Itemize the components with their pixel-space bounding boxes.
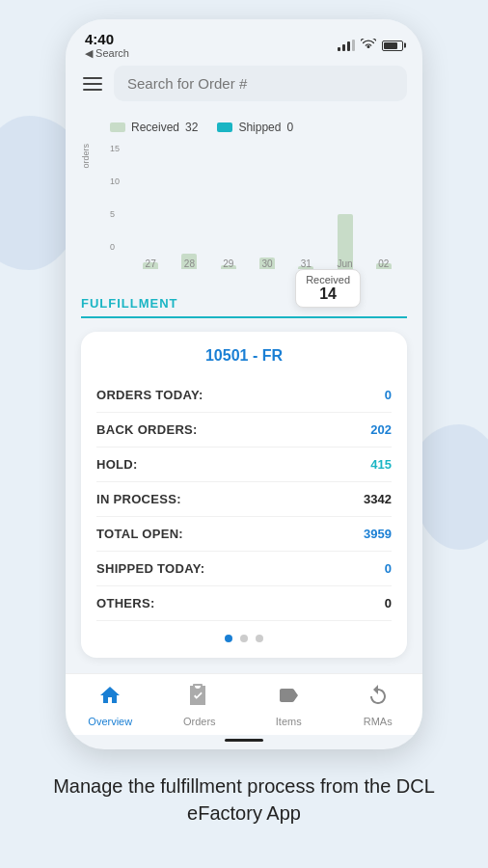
row-hold: HOLD: 415 [96, 448, 392, 482]
phone-wrapper: 4:40 ◀ Search [0, 0, 488, 868]
label-others: OTHERS: [96, 596, 155, 610]
legend-received: Received 32 [110, 121, 198, 134]
y-label-5: 5 [110, 209, 123, 219]
dot-3[interactable] [256, 635, 263, 642]
received-color [110, 122, 125, 132]
tab-active-indicator [225, 739, 263, 742]
value-orders-today: 0 [385, 388, 392, 402]
dots-indicator [96, 635, 392, 642]
blob-right [411, 424, 488, 550]
tab-orders[interactable]: Orders [155, 684, 245, 727]
value-hold: 415 [370, 457, 392, 472]
chart-legend: Received 32 Shipped 0 [81, 121, 407, 134]
x-labels: 27 28 29 30 31 Jun 02 [127, 258, 407, 269]
tooltip-label: Received [306, 274, 350, 285]
wifi-icon [361, 39, 376, 53]
search-bar-container [66, 66, 422, 113]
card-title: 10501 - FR [96, 347, 392, 365]
rmas-icon [366, 684, 390, 713]
label-shipped-today: SHIPPED TODAY: [96, 561, 204, 576]
shipped-label: Shipped [238, 121, 281, 134]
tab-label-rmas: RMAs [364, 716, 393, 727]
value-others: 0 [385, 596, 392, 610]
x-label-jun: Jun [336, 258, 355, 269]
tab-label-orders: Orders [183, 716, 216, 727]
row-others: OTHERS: 0 [96, 586, 392, 621]
orders-icon [188, 684, 211, 713]
items-icon [277, 684, 300, 713]
status-icons [338, 39, 403, 53]
chart-area: orders 15 10 5 0 [81, 144, 407, 269]
fulfillment-card: 10501 - FR ORDERS TODAY: 0 BACK ORDERS: … [81, 332, 407, 658]
received-value: 32 [185, 121, 198, 134]
row-total-open: TOTAL OPEN: 3959 [96, 517, 392, 552]
status-time: 4:40 [85, 31, 129, 47]
x-label-27: 27 [141, 258, 160, 269]
x-label-02: 02 [374, 258, 393, 269]
hamburger-line-1 [83, 77, 102, 79]
value-back-orders: 202 [370, 422, 392, 437]
y-label-0: 0 [110, 242, 123, 252]
x-label-30: 30 [258, 258, 277, 269]
overview-icon [98, 684, 122, 713]
tab-label-overview: Overview [88, 716, 132, 727]
hamburger-line-2 [83, 83, 102, 85]
bottom-text: Manage the fulfillment process from the … [0, 749, 488, 846]
dot-1[interactable] [225, 635, 232, 642]
x-label-29: 29 [219, 258, 238, 269]
label-back-orders: BACK ORDERS: [96, 422, 198, 437]
chart-tooltip: Received 14 [295, 269, 361, 308]
phone-frame: 4:40 ◀ Search [66, 19, 422, 749]
signal-icon [338, 40, 355, 51]
y-label-10: 10 [110, 176, 123, 186]
tab-rmas[interactable]: RMAs [334, 684, 423, 727]
legend-shipped: Shipped 0 [217, 121, 293, 134]
tooltip-value: 14 [306, 285, 350, 303]
value-shipped-today: 0 [385, 561, 392, 576]
x-label-28: 28 [179, 258, 199, 269]
label-hold: HOLD: [96, 457, 138, 472]
row-in-process: IN PROCESS: 3342 [96, 482, 392, 517]
fulfillment-section: FULFILLMENT 10501 - FR ORDERS TODAY: 0 B… [66, 281, 422, 658]
back-nav[interactable]: ◀ Search [85, 47, 129, 60]
tab-bar: Overview Orders Items [66, 673, 422, 735]
search-input[interactable] [114, 66, 407, 101]
dot-2[interactable] [240, 635, 248, 642]
received-label: Received [131, 121, 179, 134]
value-total-open: 3959 [364, 527, 392, 541]
hamburger-line-3 [83, 89, 102, 91]
status-bar: 4:40 ◀ Search [66, 19, 422, 66]
shipped-value: 0 [286, 121, 293, 134]
label-total-open: TOTAL OPEN: [96, 527, 183, 541]
chart-section: Received 32 Shipped 0 orders 15 10 5 [66, 113, 422, 281]
row-shipped-today: SHIPPED TODAY: 0 [96, 552, 392, 586]
x-label-31: 31 [296, 258, 315, 269]
row-orders-today: ORDERS TODAY: 0 [96, 378, 392, 413]
value-in-process: 3342 [364, 492, 392, 506]
label-orders-today: ORDERS TODAY: [96, 388, 203, 402]
shipped-color [217, 122, 232, 132]
y-label-15: 15 [110, 144, 123, 153]
menu-button[interactable] [81, 75, 104, 93]
tab-overview[interactable]: Overview [66, 684, 155, 727]
tab-label-items: Items [276, 716, 302, 727]
tab-items[interactable]: Items [244, 684, 334, 727]
battery-icon [382, 41, 403, 51]
label-in-process: IN PROCESS: [96, 492, 181, 506]
row-back-orders: BACK ORDERS: 202 [96, 413, 392, 448]
y-axis-label: orders [81, 144, 108, 169]
